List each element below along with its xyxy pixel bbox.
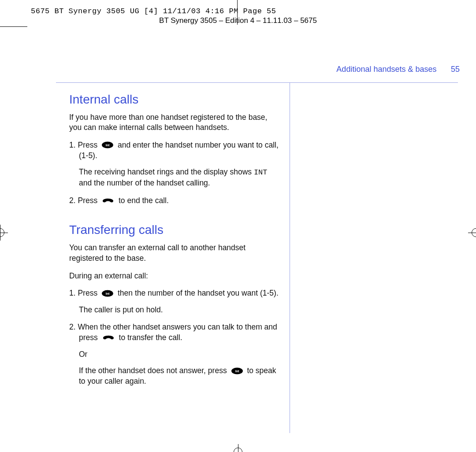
t-step-2-or: Or	[79, 349, 281, 360]
crop-guide-top	[237, 0, 238, 25]
step-1-transfer: 1. Press Int then the number of the hand…	[69, 288, 281, 315]
running-head: BT Synergy 3505 – Edition 4 – 11.11.03 –…	[0, 16, 476, 25]
header-rule	[56, 82, 458, 83]
registration-mark-right	[468, 225, 476, 241]
display-int-code: INT	[254, 168, 268, 177]
main-column: Internal calls If you have more than one…	[69, 91, 281, 394]
svg-text:Int: Int	[106, 144, 110, 147]
section-label: Additional handsets & bases	[336, 65, 436, 74]
t-step-2-post: to transfer the call.	[119, 333, 182, 342]
page-frame: Additional handsets & bases 55 Internal …	[33, 30, 460, 433]
page-number: 55	[451, 65, 460, 74]
t-step-1-sub: The caller is put on hold.	[79, 305, 281, 315]
handset-icon	[101, 195, 115, 205]
step-2-pre: 2. Press	[69, 196, 97, 205]
registration-mark-left	[0, 225, 8, 241]
step-2-post: to end the call.	[119, 196, 169, 205]
heading-transferring-calls: Transferring calls	[69, 222, 281, 238]
int-button-icon: Int	[231, 367, 243, 374]
t-step-2-alt-pre: If the other handset does not answer, pr…	[79, 366, 227, 375]
intro-transferring-calls: You can transfer an external call to ano…	[69, 243, 281, 263]
steps-internal-calls: 1. Press Int and enter the handset numbe…	[69, 140, 281, 206]
step-2-internal: 2. Press to end the call.	[69, 196, 281, 206]
step-1-sub-pre: The receiving handset rings and the disp…	[79, 167, 252, 176]
step-1-sub-post: and the number of the handset calling.	[79, 178, 210, 187]
step-1-pre: 1. Press	[69, 141, 97, 149]
page-header: Additional handsets & bases 55	[33, 65, 460, 74]
lead-transferring-calls: During an external call:	[69, 271, 281, 282]
crop-guide-left	[0, 26, 27, 27]
handset-icon	[102, 332, 115, 342]
t-step-1-post: then the number of the handset you want …	[118, 289, 279, 297]
steps-transferring-calls: 1. Press Int then the number of the hand…	[69, 288, 281, 386]
int-button-icon: Int	[101, 141, 114, 148]
column-divider	[290, 82, 290, 433]
svg-text:Int: Int	[106, 292, 110, 295]
t-step-1-pre: 1. Press	[69, 289, 97, 297]
heading-internal-calls: Internal calls	[69, 91, 281, 108]
int-button-icon: Int	[101, 290, 114, 297]
svg-text:Int: Int	[235, 370, 239, 373]
step-1-internal: 1. Press Int and enter the handset numbe…	[69, 140, 281, 189]
registration-mark-bottom	[230, 444, 246, 452]
intro-internal-calls: If you have more than one handset regist…	[69, 112, 281, 133]
prepress-slug-line: 5675 BT Synergy 3505 UG [4] 11/11/03 4:1…	[31, 7, 276, 15]
step-2-transfer: 2. When the other handset answers you ca…	[69, 322, 281, 386]
